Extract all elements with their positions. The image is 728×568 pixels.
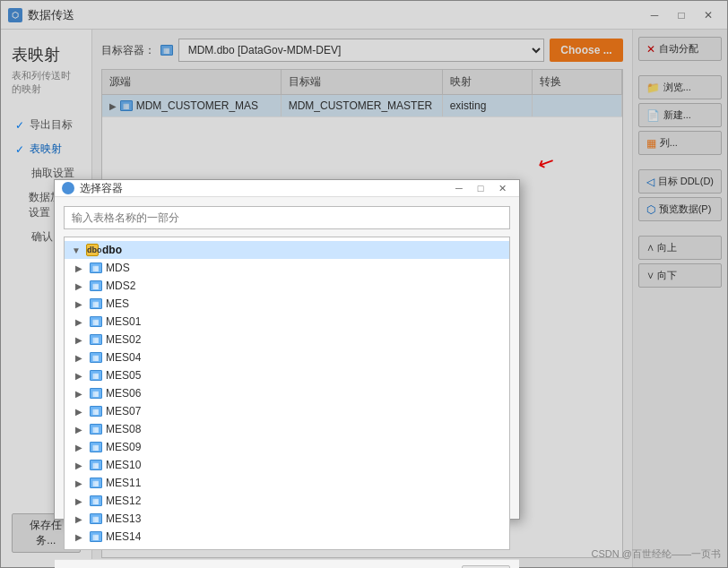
tree-label-2: MES <box>106 297 129 310</box>
tree-item-10[interactable]: ▶ ▦ MES09 <box>65 438 509 456</box>
table-icon-2: ▦ <box>90 298 102 309</box>
table-icon-1: ▦ <box>90 280 102 291</box>
tree-item-15[interactable]: ▶ ▦ MES14 <box>65 528 509 546</box>
tree-item-13[interactable]: ▶ ▦ MES12 <box>65 492 509 510</box>
dialog-title-text: 选择容器 <box>80 181 123 196</box>
tree-item-0[interactable]: ▶ ▦ MDS <box>65 259 509 277</box>
tree-arrow-dbo: ▼ <box>72 245 82 255</box>
tree-item-6[interactable]: ▶ ▦ MES05 <box>65 366 509 384</box>
dialog-close-button[interactable]: ✕ <box>492 180 512 196</box>
tree-label-11: MES10 <box>106 459 141 471</box>
table-icon-11: ▦ <box>90 460 102 470</box>
tree-item-12[interactable]: ▶ ▦ MES11 <box>65 474 509 492</box>
table-icon-5: ▦ <box>90 352 102 363</box>
tree-item-2[interactable]: ▶ ▦ MES <box>65 295 509 313</box>
tree-container[interactable]: ▼ dbo dbo ▶ ▦ MDS ▶ ▦ MDS2 ▶ ▦ MES ▶ <box>64 237 510 550</box>
dialog-body: ▼ dbo dbo ▶ ▦ MDS ▶ ▦ MDS2 ▶ ▦ MES ▶ <box>55 197 519 559</box>
tree-item-1[interactable]: ▶ ▦ MDS2 <box>65 277 509 295</box>
tree-item-7[interactable]: ▶ ▦ MES06 <box>65 384 509 402</box>
dialog-minimize-button[interactable]: ─ <box>449 180 469 196</box>
tree-label-6: MES05 <box>106 369 141 382</box>
tree-label-15: MES14 <box>106 530 141 543</box>
table-icon-14: ▦ <box>90 513 102 524</box>
tree-item-dbo[interactable]: ▼ dbo dbo <box>65 241 509 259</box>
schema-icon-dbo: dbo <box>86 244 99 256</box>
tree-item-5[interactable]: ▶ ▦ MES04 <box>65 349 509 366</box>
tree-label-4: MES02 <box>106 333 141 346</box>
tree-item-11[interactable]: ▶ ▦ MES10 <box>65 456 509 474</box>
dialog-title-controls: ─ □ ✕ <box>449 180 512 196</box>
tree-label-3: MES01 <box>106 315 141 328</box>
tree-label-dbo: dbo <box>102 244 122 256</box>
table-icon-10: ▦ <box>90 442 102 452</box>
tree-label-8: MES07 <box>106 405 141 417</box>
tree-label-0: MDS <box>106 262 130 274</box>
tree-label-7: MES06 <box>106 387 141 400</box>
table-icon-9: ▦ <box>90 424 102 435</box>
dialog-maximize-button[interactable]: □ <box>471 180 490 196</box>
tree-label-9: MES08 <box>106 423 141 435</box>
search-input[interactable] <box>64 206 510 229</box>
tree-item-4[interactable]: ▶ ▦ MES02 <box>65 331 509 349</box>
tree-label-1: MDS2 <box>106 280 135 292</box>
table-icon-4: ▦ <box>90 334 102 345</box>
tree-label-12: MES11 <box>106 477 141 489</box>
tree-label-10: MES09 <box>106 441 141 453</box>
table-icon-3: ▦ <box>90 316 102 327</box>
table-icon-15: ▦ <box>90 531 102 542</box>
table-icon-12: ▦ <box>90 478 102 488</box>
table-icon-6: ▦ <box>90 370 102 381</box>
tree-label-13: MES12 <box>106 495 141 507</box>
tree-item-3[interactable]: ▶ ▦ MES01 <box>65 313 509 331</box>
dialog-app-icon <box>62 182 74 194</box>
table-icon-8: ▦ <box>90 406 102 417</box>
table-icon-7: ▦ <box>90 388 102 399</box>
dialog-title-bar: 选择容器 ─ □ ✕ <box>55 180 519 197</box>
tree-label-5: MES04 <box>106 351 141 364</box>
dialog-title-left: 选择容器 <box>62 181 123 196</box>
tree-item-9[interactable]: ▶ ▦ MES08 <box>65 420 509 438</box>
table-icon-13: ▦ <box>90 495 102 506</box>
dialog-footer: 取消 <box>55 559 519 568</box>
tree-label-14: MES13 <box>106 512 141 525</box>
tree-item-8[interactable]: ▶ ▦ MES07 <box>65 402 509 420</box>
select-container-dialog: 选择容器 ─ □ ✕ ▼ dbo dbo ▶ ▦ MDS ▶ ▦ <box>54 179 520 520</box>
tree-item-14[interactable]: ▶ ▦ MES13 <box>65 510 509 528</box>
table-icon-0: ▦ <box>90 262 102 273</box>
